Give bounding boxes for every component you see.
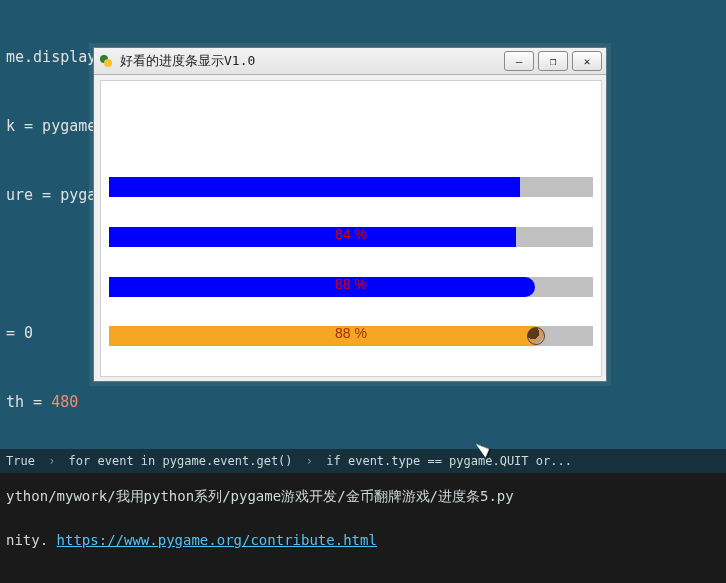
progress-bar-1 xyxy=(109,177,593,197)
sprite-icon xyxy=(527,327,545,345)
terminal-line: ython/mywork/我用python系列/pygame游戏开发/金币翻牌游… xyxy=(6,485,720,507)
terminal-panel[interactable]: ython/mywork/我用python系列/pygame游戏开发/金币翻牌游… xyxy=(0,473,726,583)
chevron-right-icon: › xyxy=(306,454,313,468)
minimize-icon: — xyxy=(516,55,523,68)
breadcrumb-seg[interactable]: if event.type == pygame.QUIT or... xyxy=(326,454,572,468)
maximize-button[interactable]: ❐ xyxy=(538,51,568,71)
svg-point-1 xyxy=(104,59,112,67)
chevron-right-icon: › xyxy=(48,454,55,468)
progress-label: 84 % xyxy=(109,226,593,242)
close-icon: ✕ xyxy=(584,55,591,68)
progress-label: 88 % xyxy=(109,325,593,341)
breadcrumb-seg[interactable]: for event in pygame.event.get() xyxy=(69,454,293,468)
pygame-surface: 84 % 88 % 88 % xyxy=(100,80,602,377)
progress-bar-4: 88 % xyxy=(109,326,593,346)
breadcrumb[interactable]: True › for event in pygame.event.get() ›… xyxy=(0,449,726,473)
progress-bar-3: 88 % xyxy=(109,277,593,297)
titlebar[interactable]: 好看的进度条显示V1.0 — ❐ ✕ xyxy=(94,48,606,75)
window-title: 好看的进度条显示V1.0 xyxy=(120,52,255,70)
terminal-line: nity. https://www.pygame.org/contribute.… xyxy=(6,529,720,551)
progress-bar-2: 84 % xyxy=(109,227,593,247)
terminal-link[interactable]: https://www.pygame.org/contribute.html xyxy=(57,532,377,548)
minimize-button[interactable]: — xyxy=(504,51,534,71)
maximize-icon: ❐ xyxy=(550,55,557,68)
close-button[interactable]: ✕ xyxy=(572,51,602,71)
app-icon xyxy=(98,53,114,69)
progress-label: 88 % xyxy=(109,276,593,292)
pygame-window[interactable]: 好看的进度条显示V1.0 — ❐ ✕ 84 % 88 % 88 % xyxy=(93,47,607,382)
breadcrumb-seg[interactable]: True xyxy=(6,454,35,468)
progress-fill xyxy=(109,177,520,197)
